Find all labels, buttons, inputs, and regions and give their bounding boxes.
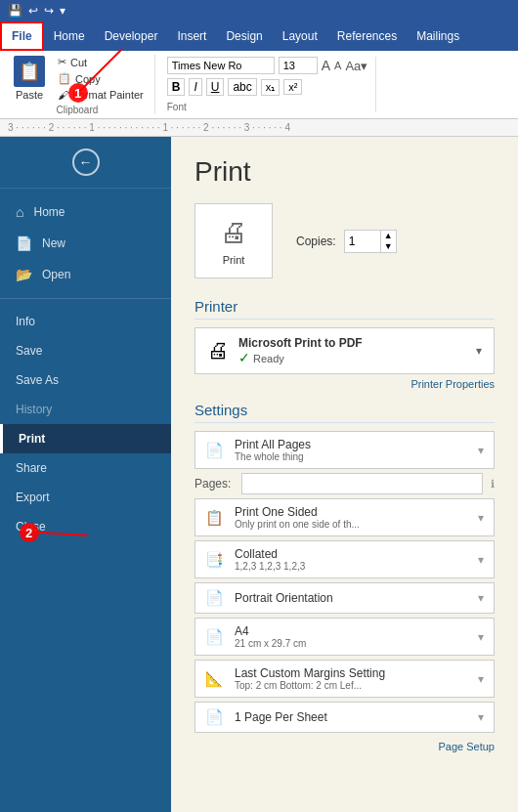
sidebar-item-share[interactable]: Share (0, 453, 171, 483)
italic-button[interactable]: I (189, 78, 201, 96)
menu-item-home[interactable]: Home (44, 21, 95, 51)
subscript-button[interactable]: x₁ (261, 79, 281, 96)
menu-item-file[interactable]: File (0, 21, 44, 51)
menu-item-mailings[interactable]: Mailings (407, 21, 469, 51)
print-all-arrow[interactable]: ▾ (478, 444, 484, 457)
printer-device-icon: 🖨 (207, 338, 229, 363)
decrease-font-icon[interactable]: A (334, 60, 341, 71)
menu-item-layout[interactable]: Layout (273, 21, 327, 51)
developer-label: Developer (105, 29, 158, 43)
print-all-text: Print All Pages The whole thing (235, 438, 470, 462)
print-button[interactable]: 🖨 Print (194, 203, 273, 278)
insert-label: Insert (177, 29, 206, 43)
font-family-input[interactable] (167, 57, 275, 74)
pages-info-icon[interactable]: ℹ (491, 478, 495, 491)
orientation-icon: 📄 (205, 589, 227, 607)
cut-icon: ✂ (58, 56, 66, 68)
sidebar-item-save[interactable]: Save (0, 336, 171, 365)
setting-paper-size[interactable]: 📄 A4 21 cm x 29.7 cm ▾ (194, 618, 495, 656)
underline-button[interactable]: U (206, 78, 225, 96)
collated-arrow[interactable]: ▾ (478, 553, 484, 567)
bold-button[interactable]: B (167, 78, 186, 96)
copies-label: Copies: (296, 235, 336, 248)
sidebar-nav: ⌂ Home 📄 New 📂 Open (0, 189, 171, 299)
copies-input[interactable] (345, 231, 380, 252)
clipboard-label: Clipboard (56, 105, 98, 115)
sidebar-item-print[interactable]: Print (0, 424, 171, 453)
sidebar-item-close[interactable]: Close (0, 512, 171, 541)
page-setup-link[interactable]: Page Setup (194, 741, 495, 752)
sidebar-item-new[interactable]: 📄 New (0, 228, 171, 259)
sidebar-item-open[interactable]: 📂 Open (0, 259, 171, 290)
title-bar: 💾 ↩ ↪ ▾ (0, 0, 518, 21)
margins-name: Last Custom Margins Setting (235, 666, 470, 680)
save-icon[interactable]: 💾 (8, 4, 22, 18)
pages-per-sheet-text: 1 Page Per Sheet (235, 710, 470, 724)
small-buttons: ✂ Cut 📋 Copy 🖌 Format Painter (55, 55, 147, 102)
close-label: Close (16, 520, 46, 534)
sidebar-item-home[interactable]: ⌂ Home (0, 196, 171, 228)
home-nav-icon: ⌂ (16, 204, 23, 220)
sidebar-back[interactable]: ← (0, 137, 171, 189)
setting-collated[interactable]: 📑 Collated 1,2,3 1,2,3 1,2,3 ▾ (194, 540, 495, 578)
save-label: Save (16, 344, 42, 358)
printer-info: Microsoft Print to PDF ✓ Ready (238, 336, 466, 365)
font-size-input[interactable] (279, 57, 318, 74)
menu-item-references[interactable]: References (327, 21, 407, 51)
setting-orientation[interactable]: 📄 Portrait Orientation ▾ (194, 582, 495, 614)
print-top: 🖨 Print Copies: ▲ ▼ (194, 203, 495, 278)
new-icon: 📄 (16, 235, 32, 251)
sidebar-item-export[interactable]: Export (0, 483, 171, 512)
file-label: File (12, 29, 32, 43)
customize-icon[interactable]: ▾ (60, 4, 65, 18)
paper-size-arrow[interactable]: ▾ (478, 630, 484, 644)
printer-dropdown-icon[interactable]: ▾ (476, 344, 482, 358)
sidebar-item-save-as[interactable]: Save As (0, 365, 171, 395)
open-icon: 📂 (16, 267, 32, 282)
strikethrough-button[interactable]: abc (228, 78, 256, 96)
cut-button[interactable]: ✂ Cut (55, 55, 147, 69)
copy-button[interactable]: 📋 Copy (55, 71, 147, 86)
paste-label: Paste (16, 89, 43, 101)
clipboard-group: 📋 Paste ✂ Cut 📋 Copy 🖌 Format Painter Cl… (8, 55, 155, 114)
pages-input[interactable] (241, 473, 483, 494)
printer-box[interactable]: 🖨 Microsoft Print to PDF ✓ Ready ▾ (194, 327, 495, 374)
setting-margins[interactable]: 📐 Last Custom Margins Setting Top: 2 cm … (194, 660, 495, 698)
sidebar-item-history[interactable]: History (0, 395, 171, 424)
pages-label: Pages: (194, 477, 234, 491)
copies-up-arrow[interactable]: ▲ (381, 231, 396, 241)
format-painter-button[interactable]: 🖌 Format Painter (55, 88, 147, 102)
ruler-text: 3 · · · · · · 2 · · · · · · 1 · · · · · … (8, 122, 290, 133)
increase-font-icon[interactable]: A (322, 58, 330, 73)
sidebar: ← ⌂ Home 📄 New 📂 Open Info Save (0, 137, 171, 812)
paper-size-desc: 21 cm x 29.7 cm (235, 638, 470, 649)
setting-print-all-pages[interactable]: 📄 Print All Pages The whole thing ▾ (194, 431, 495, 469)
menu-item-design[interactable]: Design (216, 21, 272, 51)
share-label: Share (16, 461, 47, 475)
one-sided-arrow[interactable]: ▾ (478, 511, 484, 525)
margins-arrow[interactable]: ▾ (478, 672, 484, 686)
menu-item-developer[interactable]: Developer (95, 21, 168, 51)
printer-properties-link[interactable]: Printer Properties (194, 378, 495, 390)
font-row-1: A A Aa▾ (167, 57, 368, 74)
printer-status: ✓ Ready (238, 350, 466, 365)
change-case-icon[interactable]: Aa▾ (345, 59, 367, 73)
mailings-label: Mailings (416, 29, 459, 43)
superscript-button[interactable]: x² (283, 79, 302, 95)
orientation-arrow[interactable]: ▾ (478, 591, 484, 605)
paste-icon: 📋 (14, 56, 45, 87)
setting-print-one-sided[interactable]: 📋 Print One Sided Only print on one side… (194, 498, 495, 536)
setting-pages-per-sheet[interactable]: 📄 1 Page Per Sheet ▾ (194, 702, 495, 733)
back-button[interactable]: ← (72, 149, 100, 176)
undo-icon[interactable]: ↩ (28, 4, 38, 18)
font-row-2: B I U abc x₁ x² (167, 78, 368, 96)
paste-button[interactable]: 📋 Paste (8, 54, 51, 103)
menu-item-insert[interactable]: Insert (167, 21, 216, 51)
copies-down-arrow[interactable]: ▼ (381, 241, 396, 252)
redo-icon[interactable]: ↪ (44, 4, 54, 18)
print-button-label: Print (223, 254, 245, 266)
print-area: Print 🖨 Print Copies: ▲ ▼ Printer � (171, 137, 518, 812)
pages-per-sheet-arrow[interactable]: ▾ (478, 710, 484, 724)
sidebar-item-info[interactable]: Info (0, 307, 171, 336)
print-all-desc: The whole thing (235, 451, 470, 462)
